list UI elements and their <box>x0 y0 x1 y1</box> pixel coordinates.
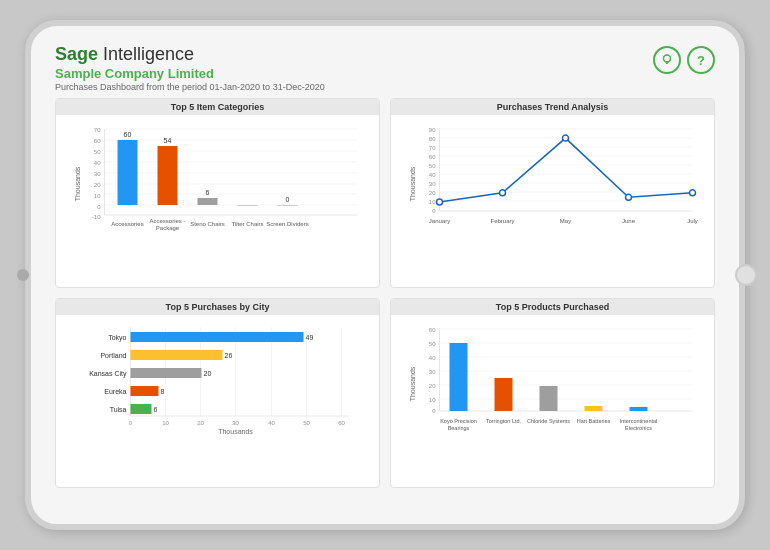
svg-text:0: 0 <box>97 204 101 210</box>
svg-point-61 <box>690 190 696 196</box>
svg-text:40: 40 <box>429 172 436 178</box>
svg-text:60: 60 <box>94 138 101 144</box>
svg-text:60: 60 <box>338 420 345 426</box>
subtitle: Purchases Dashboard from the period 01-J… <box>55 82 325 92</box>
categories-y-label: Thousands <box>74 166 81 201</box>
chart-top5-cities-title: Top 5 Purchases by City <box>56 299 379 315</box>
bar-chloride <box>540 386 558 411</box>
header-left: Sage Intelligence Sample Company Limited… <box>55 44 325 92</box>
chart-trend-title: Purchases Trend Analysis <box>391 99 714 115</box>
categories-chart-svg: Thousands 70 60 50 40 30 20 10 <box>64 119 371 237</box>
svg-text:30: 30 <box>429 181 436 187</box>
hbar-tokyo <box>131 332 304 342</box>
svg-text:30: 30 <box>94 171 101 177</box>
svg-text:60: 60 <box>429 154 436 160</box>
svg-text:50: 50 <box>94 149 101 155</box>
svg-text:90: 90 <box>429 127 436 133</box>
chart-top5-categories: Top 5 Item Categories Thousands 70 60 50… <box>55 98 380 288</box>
svg-text:0: 0 <box>129 420 133 426</box>
svg-text:6: 6 <box>206 189 210 196</box>
svg-text:0: 0 <box>286 196 290 203</box>
svg-text:80: 80 <box>429 136 436 142</box>
svg-text:June: June <box>622 218 636 224</box>
svg-text:10: 10 <box>94 193 101 199</box>
bar-intercontinental <box>630 407 648 411</box>
svg-text:February: February <box>490 218 514 224</box>
svg-text:60: 60 <box>429 327 436 333</box>
brand-title: Sage Intelligence <box>55 44 325 65</box>
svg-text:0: 0 <box>432 208 436 214</box>
svg-text:Thousands: Thousands <box>409 366 416 401</box>
charts-grid: Top 5 Item Categories Thousands 70 60 50… <box>55 98 715 488</box>
svg-text:50: 50 <box>303 420 310 426</box>
svg-text:26: 26 <box>225 352 233 359</box>
svg-text:-10: -10 <box>92 214 101 220</box>
company-name: Sample Company Limited <box>55 66 325 81</box>
hbar-portland <box>131 350 223 360</box>
bar-tilter-chairs <box>238 205 258 206</box>
svg-text:Portland: Portland <box>100 352 126 359</box>
svg-text:6: 6 <box>154 406 158 413</box>
svg-text:Torrington Ltd.: Torrington Ltd. <box>486 418 522 424</box>
chart-top5-products: Top 5 Products Purchased Thousands 60 50… <box>390 298 715 488</box>
brand-sage: Sage <box>55 44 98 64</box>
chart-top5-cities: Top 5 Purchases by City 0 10 20 30 40 <box>55 298 380 488</box>
svg-text:40: 40 <box>429 355 436 361</box>
cities-chart-svg: 0 10 20 30 40 50 60 Thousands Tokyo 49 <box>64 319 371 437</box>
svg-text:0: 0 <box>432 408 436 414</box>
svg-text:10: 10 <box>429 199 436 205</box>
svg-text:49: 49 <box>306 334 314 341</box>
hbar-eureka <box>131 386 159 396</box>
svg-text:20: 20 <box>204 370 212 377</box>
bar-screen-dividers <box>278 205 298 206</box>
lightbulb-icon-button[interactable] <box>653 46 681 74</box>
help-icon-button[interactable]: ? <box>687 46 715 74</box>
chart-top5-products-title: Top 5 Products Purchased <box>391 299 714 315</box>
svg-line-4 <box>663 56 664 57</box>
svg-text:July: July <box>687 218 698 224</box>
bar-accessories <box>118 140 138 205</box>
svg-text:Bearings: Bearings <box>448 425 470 431</box>
tablet-container: Sage Intelligence Sample Company Limited… <box>25 20 745 530</box>
svg-text:January: January <box>429 218 450 224</box>
svg-text:50: 50 <box>429 341 436 347</box>
svg-text:Intercontinental: Intercontinental <box>620 418 658 424</box>
svg-text:20: 20 <box>429 383 436 389</box>
svg-line-5 <box>671 56 672 57</box>
svg-text:40: 40 <box>268 420 275 426</box>
chart-top5-categories-title: Top 5 Item Categories <box>56 99 379 115</box>
bar-steno-chairs <box>198 198 218 205</box>
header: Sage Intelligence Sample Company Limited… <box>55 44 715 92</box>
svg-text:Hart Batteries: Hart Batteries <box>577 418 611 424</box>
svg-point-58 <box>500 190 506 196</box>
svg-text:50: 50 <box>429 163 436 169</box>
svg-point-0 <box>664 55 671 62</box>
svg-point-59 <box>563 135 569 141</box>
tablet-right-button <box>735 264 757 286</box>
svg-text:20: 20 <box>429 190 436 196</box>
bar-koyo <box>450 343 468 411</box>
svg-text:30: 30 <box>232 420 239 426</box>
svg-text:60: 60 <box>124 131 132 138</box>
svg-text:10: 10 <box>162 420 169 426</box>
trend-line <box>440 138 693 202</box>
svg-text:Kansas City: Kansas City <box>89 370 127 378</box>
hbar-kansas-city <box>131 368 202 378</box>
svg-text:Eureka: Eureka <box>104 388 126 395</box>
svg-text:20: 20 <box>94 182 101 188</box>
svg-point-57 <box>437 199 443 205</box>
svg-text:8: 8 <box>161 388 165 395</box>
svg-point-60 <box>626 194 632 200</box>
chart-trend-analysis: Purchases Trend Analysis Thousands 90 80… <box>390 98 715 288</box>
svg-text:Accessories: Accessories <box>111 221 143 227</box>
svg-text:Steno Chairs: Steno Chairs <box>190 221 225 227</box>
brand-intelligence: Intelligence <box>98 44 194 64</box>
bar-torrington <box>495 378 513 411</box>
svg-text:Electronics: Electronics <box>625 425 652 431</box>
svg-text:Screen Dividers: Screen Dividers <box>266 221 308 227</box>
hbar-tulsa <box>131 404 152 414</box>
help-icon: ? <box>697 53 705 68</box>
svg-text:Package: Package <box>156 225 180 231</box>
bar-accessories-package <box>158 146 178 205</box>
svg-text:Koyo Precision: Koyo Precision <box>440 418 477 424</box>
